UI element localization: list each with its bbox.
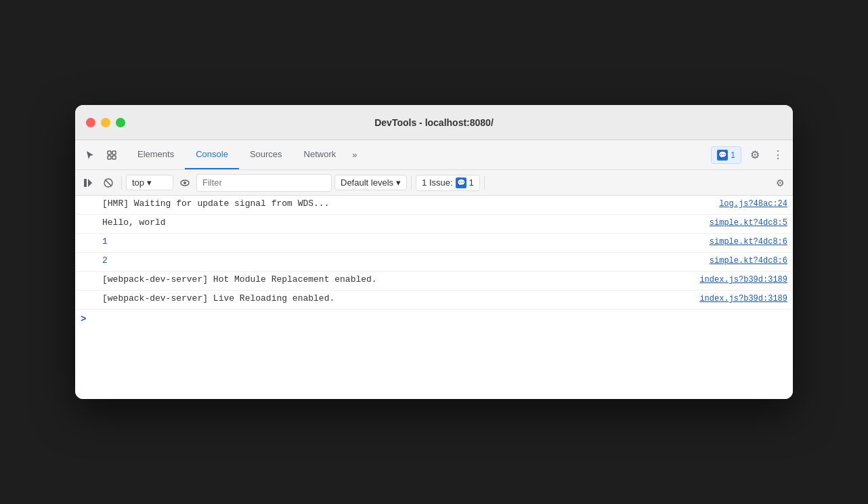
tab-console[interactable]: Console [185,140,239,169]
filter-input[interactable] [196,174,332,192]
toolbar-divider-1 [121,176,122,190]
chevron-down-icon: ▾ [147,177,152,188]
console-log-text-blue: 2 [102,255,704,266]
console-log-link[interactable]: index.js?b39d:3189 [699,275,787,285]
svg-rect-1 [112,151,116,154]
eye-button[interactable] [176,174,194,192]
cursor-icon-button[interactable] [81,146,100,165]
tabs: Elements Console Sources Network » [127,140,711,169]
close-button[interactable] [86,118,95,127]
console-row: [webpack-dev-server] Live Reloading enab… [75,291,793,310]
svg-marker-5 [88,179,92,187]
svg-rect-3 [112,156,116,159]
default-levels-dropdown[interactable]: Default levels ▾ [334,175,407,190]
console-log-text: [webpack-dev-server] Hot Module Replacem… [102,274,694,285]
issue-count: 1 [731,150,735,160]
console-log-link[interactable]: simple.kt?4dc8:6 [710,237,787,247]
maximize-button[interactable] [116,118,125,127]
console-log-link[interactable]: log.js?48ac:24 [719,199,787,209]
console-settings-button[interactable]: ⚙ [771,174,789,192]
tab-more-button[interactable]: » [347,140,362,169]
console-input-row[interactable]: > [75,310,793,329]
title-bar: DevTools - localhost:8080/ [75,105,793,140]
console-row: [webpack-dev-server] Hot Module Replacem… [75,272,793,291]
console-output: [HMR] Waiting for update signal from WDS… [75,196,793,399]
console-row: Hello, world simple.kt?4dc8:5 [75,215,793,234]
toolbar-divider-3 [484,176,485,190]
toolbar-divider-2 [411,176,412,190]
devtools-window: DevTools - localhost:8080/ Elements [75,105,793,399]
issues-button[interactable]: 1 Issue: 💬 1 [416,175,480,191]
svg-line-7 [106,180,112,186]
issues-label: 1 Issue: [422,177,453,188]
issue-badge[interactable]: 💬 1 [711,146,741,164]
tab-icons [81,146,121,165]
play-button[interactable] [79,174,97,192]
tab-right-actions: 💬 1 ⚙ ⋮ [711,146,787,165]
more-options-button[interactable]: ⋮ [768,146,787,165]
console-toolbar: top ▾ Default levels ▾ 1 Issue: 💬 1 ⚙ [75,170,793,196]
console-prompt-icon: > [81,314,86,324]
console-row: 2 simple.kt?4dc8:6 [75,253,793,272]
console-input[interactable] [90,314,787,324]
layers-icon-button[interactable] [102,146,121,165]
issue-message-icon: 💬 [717,150,728,161]
console-log-text-blue: 1 [102,236,704,247]
console-log-link[interactable]: simple.kt?4dc8:6 [710,256,787,266]
issues-badge-icon: 💬 [456,177,466,188]
svg-point-9 [183,182,186,184]
chevron-down-icon-levels: ▾ [396,177,401,188]
console-row: 1 simple.kt?4dc8:6 [75,234,793,253]
svg-rect-0 [108,151,111,154]
tab-sources[interactable]: Sources [239,140,293,169]
settings-button[interactable]: ⚙ [745,146,764,165]
console-log-link[interactable]: simple.kt?4dc8:5 [710,218,787,228]
console-row: [HMR] Waiting for update signal from WDS… [75,196,793,215]
svg-rect-2 [108,156,111,159]
console-log-text: Hello, world [102,217,704,228]
svg-rect-4 [84,179,87,187]
issues-count: 1 [469,177,474,188]
console-log-link[interactable]: index.js?b39d:3189 [699,294,787,303]
console-log-text: [HMR] Waiting for update signal from WDS… [102,198,714,209]
console-log-text: [webpack-dev-server] Live Reloading enab… [102,293,694,303]
tab-network[interactable]: Network [293,140,347,169]
window-title: DevTools - localhost:8080/ [374,117,494,128]
tab-bar: Elements Console Sources Network » 💬 1 ⚙… [75,140,793,170]
block-icon[interactable] [100,174,117,192]
window-controls [86,118,125,127]
tab-elements[interactable]: Elements [127,140,185,169]
top-context-dropdown[interactable]: top ▾ [126,175,173,190]
minimize-button[interactable] [101,118,110,127]
